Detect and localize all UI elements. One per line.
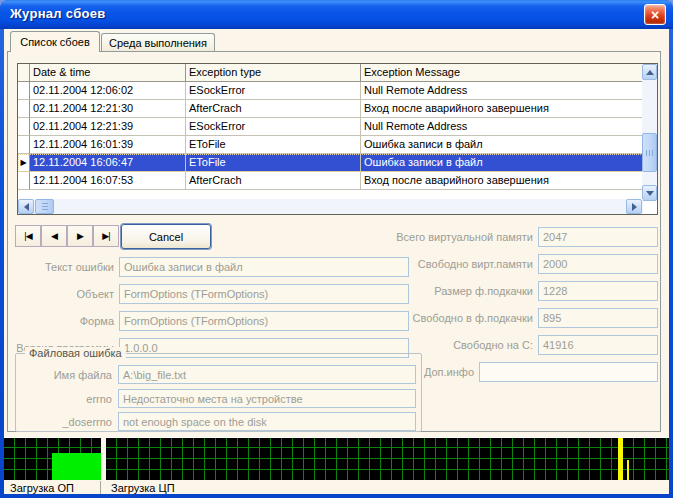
cell-message[interactable]: Вход после аварийного завершения <box>361 100 643 118</box>
doserrno-field: not enough space on the disk <box>118 412 416 431</box>
cell-date[interactable]: 12.11.2004 16:01:39 <box>30 136 186 154</box>
file-error-groupbox: Файловая ошибка Имя файла A:\big_file.tx… <box>15 353 422 432</box>
tab-label: Список сбоев <box>20 36 90 48</box>
title-bar[interactable]: Журнал сбоев × <box>0 0 673 29</box>
memory-load-status-label: Загрузка ОП <box>10 482 74 494</box>
object-label: Объект <box>10 288 114 302</box>
errno-label: errno <box>18 393 112 407</box>
close-icon: × <box>651 8 659 22</box>
scroll-right-icon <box>632 203 637 211</box>
tab-label: Среда выполнения <box>109 37 207 49</box>
indicator-header-cell <box>18 64 30 82</box>
file-name-label: Имя файла <box>18 369 112 383</box>
scroll-up-icon <box>646 70 654 75</box>
cell-message[interactable]: Null Remote Address <box>361 82 643 100</box>
status-bar: Загрузка ОП Загрузка ЦП <box>4 481 669 494</box>
table-row[interactable]: 02.11.2004 12:06:02 ESockError Null Remo… <box>18 82 657 100</box>
scroll-down-icon <box>646 191 654 196</box>
table-row[interactable]: 02.11.2004 12:21:39 ESockError Null Remo… <box>18 118 657 136</box>
error-text-field: Ошибка записи в файл <box>119 257 409 277</box>
table-row-selected[interactable]: ▶ 12.11.2004 16:06:47 EToFile Ошибка зап… <box>18 154 657 172</box>
total-virtual-memory-field: 2047 <box>538 227 658 247</box>
tab-failure-list[interactable]: Список сбоев <box>10 31 100 52</box>
free-virtual-memory-field: 2000 <box>538 254 658 274</box>
tab-runtime-environment[interactable]: Среда выполнения <box>101 33 215 52</box>
current-row-indicator-icon: ▶ <box>18 154 30 172</box>
cell-message[interactable]: Вход после аварийного завершения <box>361 172 643 190</box>
scroll-down-button[interactable] <box>642 185 657 201</box>
cpu-load-status-label: Загрузка ЦП <box>111 482 175 494</box>
pagefile-free-field: 895 <box>538 308 658 328</box>
vertical-scrollbar[interactable] <box>642 64 657 201</box>
cancel-button[interactable]: Cancel <box>121 224 211 249</box>
thumb-grip-icon <box>42 203 48 210</box>
column-header-message: Exception Message <box>361 64 643 82</box>
cancel-button-label: Cancel <box>149 231 183 243</box>
failure-table: Date & time Exception type Exception Mes… <box>17 63 658 215</box>
cell-type[interactable]: ESockError <box>186 118 361 136</box>
cell-type[interactable]: ESockError <box>186 82 361 100</box>
file-error-group-title: Файловая ошибка <box>25 347 126 359</box>
vertical-scroll-thumb[interactable] <box>642 133 657 172</box>
object-field: FormOptions (TFormOptions) <box>119 284 409 304</box>
scroll-left-icon <box>24 203 29 211</box>
cell-type[interactable]: EToFile <box>186 154 361 172</box>
column-header-type: Exception type <box>186 64 361 82</box>
error-text-label: Текст ошибки <box>10 261 114 275</box>
additional-info-label: Доп.инфо <box>394 366 474 380</box>
nav-prior-button[interactable]: ◀ <box>41 225 67 247</box>
cell-type[interactable]: AfterCrach <box>186 100 361 118</box>
cpu-load-graph <box>106 437 669 480</box>
cell-message[interactable]: Ошибка записи в файл <box>361 136 643 154</box>
total-virtual-memory-label: Всего виртуальной памяти <box>338 231 533 245</box>
form-label: Форма <box>10 315 114 329</box>
doserrno-label: _doserrno <box>18 416 112 430</box>
thumb-grip-icon <box>646 150 653 156</box>
pagefile-size-field: 1228 <box>538 281 658 301</box>
client-area: Список сбоев Среда выполнения Date & tim… <box>4 29 669 494</box>
nav-first-button[interactable]: |◀ <box>15 225 41 247</box>
memory-load-bar <box>52 453 101 480</box>
cell-type[interactable]: AfterCrach <box>186 172 361 190</box>
form-field: FormOptions (TFormOptions) <box>119 311 409 331</box>
window-title: Журнал сбоев <box>10 6 106 21</box>
tab-page-failure-list: Date & time Exception type Exception Mes… <box>7 51 661 432</box>
file-name-field: A:\big_file.txt <box>118 365 416 384</box>
memory-load-graph <box>4 437 101 480</box>
cell-date[interactable]: 02.11.2004 12:06:02 <box>30 82 186 100</box>
status-divider <box>100 481 101 494</box>
cell-type[interactable]: EToFile <box>186 136 361 154</box>
table-row[interactable]: 12.11.2004 16:01:39 EToFile Ошибка запис… <box>18 136 657 154</box>
scroll-right-button[interactable] <box>626 199 642 214</box>
app-window: Журнал сбоев × Список сбоев Среда выполн… <box>0 0 673 498</box>
nav-prior-icon: ◀ <box>51 231 57 241</box>
free-on-c-field: 41916 <box>538 335 658 355</box>
additional-info-field[interactable] <box>479 362 658 382</box>
scroll-left-button[interactable] <box>18 199 34 214</box>
cell-date[interactable]: 12.11.2004 16:07:53 <box>30 172 186 190</box>
horizontal-scroll-thumb[interactable] <box>35 199 54 214</box>
cell-message[interactable]: Null Remote Address <box>361 118 643 136</box>
horizontal-scrollbar[interactable] <box>18 199 643 214</box>
cell-date[interactable]: 12.11.2004 16:06:47 <box>30 154 186 172</box>
nav-first-icon: |◀ <box>24 231 31 241</box>
cpu-load-spike <box>627 460 629 480</box>
cpu-load-spike <box>618 438 623 480</box>
cell-date[interactable]: 02.11.2004 12:21:39 <box>30 118 186 136</box>
scroll-up-button[interactable] <box>642 64 657 80</box>
nav-next-icon: ▶ <box>77 231 83 241</box>
table-row[interactable]: 12.11.2004 16:07:53 AfterCrach Вход посл… <box>18 172 657 190</box>
table-header-row: Date & time Exception type Exception Mes… <box>18 64 657 82</box>
table-row[interactable]: 02.11.2004 12:21:30 AfterCrach Вход посл… <box>18 100 657 118</box>
nav-next-button[interactable]: ▶ <box>67 225 93 247</box>
nav-last-icon: ▶| <box>102 231 109 241</box>
nav-last-button[interactable]: ▶| <box>93 225 119 247</box>
errno-field: Недостаточно места на устройстве <box>118 389 416 408</box>
close-button[interactable]: × <box>644 4 666 25</box>
column-header-date: Date & time <box>30 64 186 82</box>
cell-message[interactable]: Ошибка записи в файл <box>361 154 643 172</box>
cell-date[interactable]: 02.11.2004 12:21:30 <box>30 100 186 118</box>
